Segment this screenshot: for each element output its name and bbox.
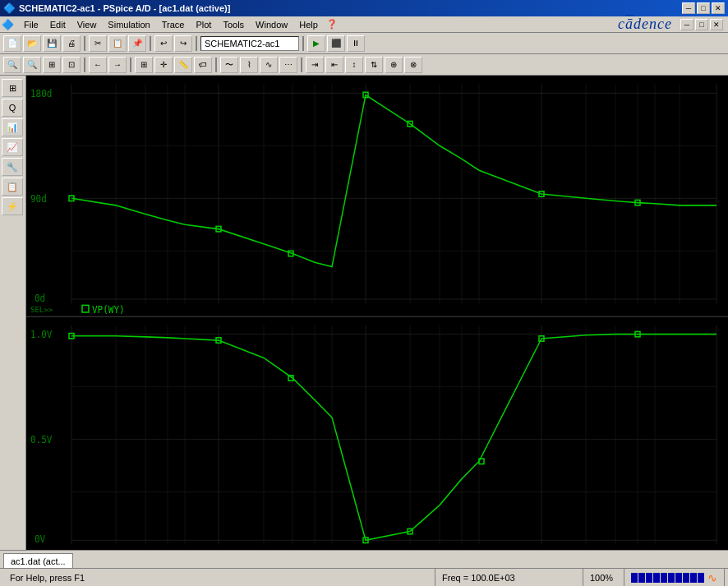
svg-text:SEL>>: SEL>> (30, 305, 53, 314)
sidebar-btn-5[interactable]: 🔧 (2, 158, 23, 176)
toolbar-2: 🔍 🔍 ⊞ ⊡ ← → ⊞ ✛ 📏 🏷 〜 ⌇ ∿ ⋯ ⇥ ⇤ ↕ ⇅ ⊕ ⊗ (0, 54, 728, 76)
paste-button[interactable]: 📌 (128, 35, 146, 52)
sep6 (130, 58, 131, 72)
app-icon: 🔷 (3, 2, 16, 14)
cut-button[interactable]: ✂ (89, 35, 107, 52)
sidebar-btn-2[interactable]: Q (2, 99, 23, 117)
sep7 (215, 58, 217, 72)
new-button[interactable]: 📄 (3, 35, 21, 52)
cadence-logo: cādence (618, 16, 679, 33)
freq-text: Freq = 100.0E+03 (442, 573, 515, 583)
menu-file[interactable]: File (19, 18, 44, 31)
close-button[interactable]: ✕ (712, 2, 725, 14)
svg-text:100Hz: 100Hz (205, 548, 233, 550)
status-bar: For Help, press F1 Freq = 100.0E+03 100%… (0, 568, 728, 586)
wave-btn3[interactable]: ∿ (260, 57, 278, 73)
extra-btn4[interactable]: ⇅ (365, 57, 383, 73)
toggle-cursor-button[interactable]: ✛ (154, 57, 173, 73)
sidebar-btn-7[interactable]: ⚡ (2, 197, 23, 215)
sidebar-btn-4[interactable]: 📈 (2, 138, 23, 156)
measure-button[interactable]: 📏 (174, 57, 192, 73)
wave-icon: ∿ (707, 571, 717, 584)
status-help: For Help, press F1 (3, 569, 435, 586)
open-button[interactable]: 📂 (23, 35, 41, 52)
run-button[interactable]: ▶ (307, 35, 325, 52)
help-icon: ❓ (326, 19, 338, 30)
extra-btn3[interactable]: ↕ (345, 57, 363, 73)
zoom-area-button[interactable]: ⊞ (43, 57, 61, 73)
copy-button[interactable]: 📋 (108, 35, 127, 52)
progress-seg-7 (675, 573, 682, 583)
menu-window[interactable]: Window (251, 18, 293, 31)
sidebar-btn-6[interactable]: 📋 (2, 178, 23, 196)
zoom-in-button[interactable]: 🔍 (3, 57, 21, 73)
plot-area[interactable]: 180d 90d 0d SEL>> VP(WY) (26, 76, 728, 550)
svg-text:1.0V: 1.0V (30, 329, 53, 340)
toolbar-1: 📄 📂 💾 🖨 ✂ 📋 📌 ↩ ↪ ▶ ⬛ ⏸ (0, 33, 728, 54)
label-button[interactable]: 🏷 (194, 57, 212, 73)
svg-text:10Hz: 10Hz (66, 548, 87, 550)
stop-button[interactable]: ⬛ (327, 35, 345, 52)
cursor-left-button[interactable]: ← (89, 57, 107, 73)
toggle-grid-button[interactable]: ⊞ (135, 57, 153, 73)
sep8 (301, 58, 302, 72)
progress-seg-10 (698, 573, 704, 583)
maximize-button[interactable]: □ (697, 2, 710, 14)
svg-text:VP(WY): VP(WY) (92, 304, 125, 316)
menu-help[interactable]: Help (294, 18, 323, 31)
svg-text:0V: 0V (35, 533, 45, 545)
svg-text:0d: 0d (35, 293, 45, 304)
progress-bar (631, 573, 704, 583)
menu-simulation[interactable]: Simulation (103, 18, 154, 31)
sidebar-btn-1[interactable]: ⊞ (2, 79, 23, 97)
wave-btn1[interactable]: 〜 (220, 57, 238, 73)
redo-button[interactable]: ↪ (174, 35, 192, 52)
zoom-fit-button[interactable]: ⊡ (62, 57, 81, 73)
svg-rect-0 (26, 76, 728, 550)
minimize-button[interactable]: ─ (682, 2, 695, 14)
svg-text:10KHz: 10KHz (531, 548, 558, 550)
print-button[interactable]: 🖨 (62, 35, 81, 52)
svg-text:1.0KHz: 1.0KHz (355, 548, 388, 550)
schematic-name-input[interactable] (200, 36, 299, 51)
svg-text:0.5V: 0.5V (30, 434, 53, 445)
progress-seg-8 (683, 573, 689, 583)
title-bar-controls: ─ □ ✕ (682, 2, 725, 14)
sidebar-btn-3[interactable]: 📊 (2, 118, 23, 136)
sep5 (84, 58, 85, 72)
save-button[interactable]: 💾 (43, 35, 61, 52)
plot-svg: 180d 90d 0d SEL>> VP(WY) (26, 76, 728, 550)
extra-btn2[interactable]: ⇤ (325, 57, 343, 73)
svg-text:90d: 90d (30, 192, 47, 204)
menu-edit[interactable]: Edit (45, 18, 71, 31)
menu-view[interactable]: View (72, 18, 102, 31)
title-bar-left: 🔷 SCHEMATIC2-ac1 - PSpice A/D - [ac1.dat… (3, 2, 230, 14)
wave-btn4[interactable]: ⋯ (279, 57, 297, 73)
menu-plot[interactable]: Plot (191, 18, 216, 31)
main-content: ⊞ Q 📊 📈 🔧 📋 ⚡ (0, 76, 728, 550)
tab-ac1[interactable]: ac1.dat (act... (3, 553, 73, 568)
extra-btn1[interactable]: ⇥ (306, 57, 324, 73)
extra-btn5[interactable]: ⊕ (385, 57, 403, 73)
status-progress: ∿ (624, 569, 725, 586)
extra-btn6[interactable]: ⊗ (404, 57, 422, 73)
window-restore-button[interactable]: □ (695, 19, 708, 30)
sep2 (150, 36, 151, 51)
menu-tools[interactable]: Tools (218, 18, 249, 31)
sep3 (196, 36, 197, 51)
menu-bar: 🔷 File Edit View Simulation Trace Plot T… (0, 16, 728, 33)
progress-seg-5 (661, 573, 667, 583)
wave-btn2[interactable]: ⌇ (240, 57, 258, 73)
undo-button[interactable]: ↩ (154, 35, 173, 52)
progress-seg-1 (631, 573, 638, 583)
progress-seg-4 (653, 573, 660, 583)
window-minimize-button[interactable]: ─ (680, 19, 693, 30)
status-freq: Freq = 100.0E+03 (435, 569, 583, 586)
pause-button[interactable]: ⏸ (347, 35, 365, 52)
title-bar: 🔷 SCHEMATIC2-ac1 - PSpice A/D - [ac1.dat… (0, 0, 728, 16)
menu-trace[interactable]: Trace (157, 18, 190, 31)
progress-seg-6 (668, 573, 675, 583)
cursor-right-button[interactable]: → (108, 57, 127, 73)
zoom-out-button[interactable]: 🔍 (23, 57, 41, 73)
window-close-button[interactable]: ✕ (710, 19, 723, 30)
